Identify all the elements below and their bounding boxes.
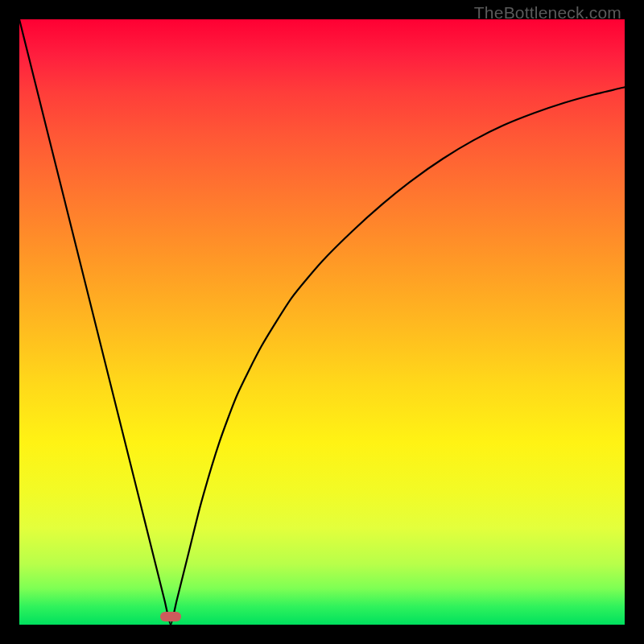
minimum-marker [160,612,181,621]
curve-path [19,19,625,625]
chart-svg [19,19,625,625]
chart-frame: TheBottleneck.com [0,0,644,644]
